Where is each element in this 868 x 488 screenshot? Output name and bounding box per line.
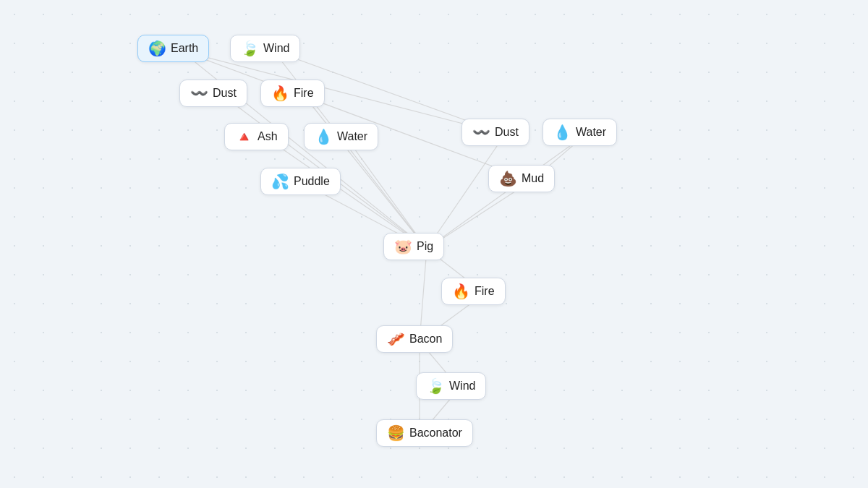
svg-line-16: [181, 51, 532, 181]
node-label-puddle: Puddle: [294, 175, 330, 188]
node-emoji-dust2: 〰️: [472, 125, 490, 140]
node-emoji-wind2: 🍃: [427, 379, 445, 393]
node-label-dust1: Dust: [213, 87, 237, 100]
node-dust2[interactable]: 〰️Dust: [461, 119, 529, 146]
node-ash[interactable]: 🔺Ash: [224, 123, 289, 150]
node-label-dust2: Dust: [495, 126, 519, 139]
node-emoji-fire2: 🔥: [452, 284, 470, 299]
node-water2[interactable]: 💧Water: [542, 119, 617, 146]
node-emoji-earth: 🌍: [148, 41, 166, 56]
node-puddle[interactable]: 💦Puddle: [260, 168, 341, 195]
node-label-wind1: Wind: [263, 42, 289, 55]
node-earth[interactable]: 🌍Earth: [137, 35, 209, 62]
node-baconator[interactable]: 🍔Baconator: [376, 419, 473, 447]
node-mud[interactable]: 💩Mud: [488, 165, 555, 192]
node-emoji-ash: 🔺: [235, 129, 253, 144]
node-water1[interactable]: 💧Water: [304, 123, 378, 150]
node-bacon[interactable]: 🥓Bacon: [376, 325, 453, 353]
node-label-water1: Water: [337, 130, 367, 143]
node-emoji-dust1: 〰️: [190, 86, 208, 100]
node-emoji-mud: 💩: [499, 171, 517, 186]
node-wind2[interactable]: 🍃Wind: [416, 372, 486, 400]
node-fire2[interactable]: 🔥Fire: [441, 278, 506, 305]
node-emoji-baconator: 🍔: [387, 426, 405, 440]
node-wind1[interactable]: 🍃Wind: [230, 35, 300, 62]
node-label-wind2: Wind: [449, 380, 475, 393]
node-label-pig: Pig: [417, 240, 433, 253]
node-emoji-pig: 🐷: [394, 239, 412, 254]
node-label-fire1: Fire: [294, 87, 314, 100]
node-label-baconator: Baconator: [409, 427, 462, 440]
node-pig[interactable]: 🐷Pig: [383, 233, 444, 260]
node-emoji-puddle: 💦: [271, 174, 289, 189]
node-emoji-water2: 💧: [553, 125, 571, 140]
node-label-bacon: Bacon: [409, 333, 442, 346]
node-emoji-wind1: 🍃: [241, 41, 259, 56]
node-label-mud: Mud: [522, 172, 544, 185]
node-fire1[interactable]: 🔥Fire: [260, 80, 325, 107]
node-emoji-fire1: 🔥: [271, 86, 289, 100]
node-emoji-water1: 💧: [315, 129, 333, 144]
node-label-water2: Water: [576, 126, 606, 139]
node-label-ash: Ash: [258, 130, 278, 143]
graph-container: 🌍Earth🍃Wind〰️Dust🔥Fire🔺Ash💧Water💦Puddle〰…: [0, 0, 868, 488]
node-dust1[interactable]: 〰️Dust: [179, 80, 247, 107]
node-emoji-bacon: 🥓: [387, 332, 405, 346]
node-label-fire2: Fire: [475, 285, 495, 298]
node-label-earth: Earth: [171, 42, 198, 55]
